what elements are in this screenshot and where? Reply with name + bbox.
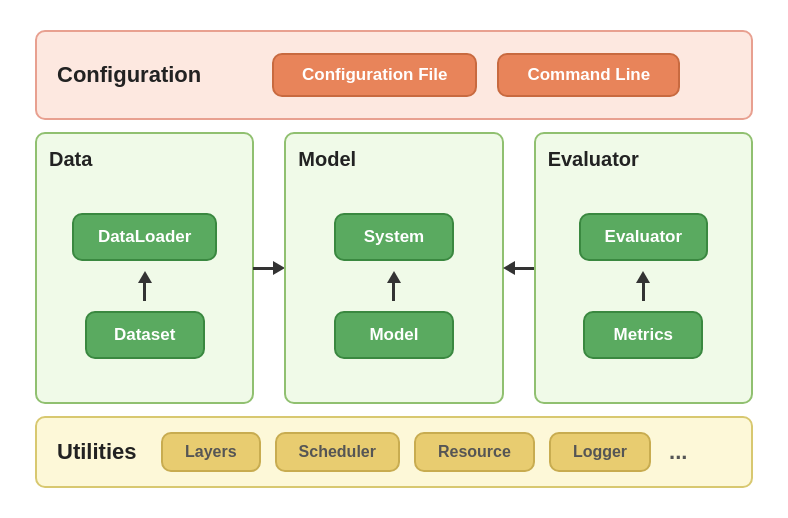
model-panel-title: Model	[298, 148, 356, 171]
utility-layers: Layers	[161, 432, 261, 472]
arrow-up-model	[387, 271, 401, 301]
arrow-right-line	[253, 267, 273, 270]
dataset-box: Dataset	[85, 311, 205, 359]
arrow-up-line-data	[143, 283, 146, 301]
system-box: System	[334, 213, 454, 261]
utility-logger: Logger	[549, 432, 651, 472]
arrow-up-head-model	[387, 271, 401, 283]
command-line-badge: Command Line	[497, 53, 680, 97]
arrow-up-data	[138, 271, 152, 301]
utility-resource: Resource	[414, 432, 535, 472]
model-panel-content: System Model	[298, 181, 489, 390]
config-section: Configuration Configuration File Command…	[35, 30, 753, 120]
data-panel-content: DataLoader Dataset	[49, 181, 240, 390]
arrow-up-line-evaluator	[642, 283, 645, 301]
arrow-up-evaluator	[636, 271, 650, 301]
arrow-evaluator-model	[504, 132, 534, 404]
evaluator-panel-title: Evaluator	[548, 148, 639, 171]
utility-dots: ...	[665, 439, 687, 465]
data-panel-title: Data	[49, 148, 92, 171]
data-panel: Data DataLoader Dataset	[35, 132, 254, 404]
arrow-right-icon	[253, 261, 285, 275]
utility-scheduler: Scheduler	[275, 432, 400, 472]
panels-wrapper: Data DataLoader Dataset Model System	[35, 132, 753, 404]
config-file-badge: Configuration File	[272, 53, 477, 97]
arrow-up-head-data	[138, 271, 152, 283]
arrow-left-line	[515, 267, 535, 270]
utilities-title: Utilities	[57, 439, 147, 465]
evaluator-panel-content: Evaluator Metrics	[548, 181, 739, 390]
arrow-up-head-evaluator	[636, 271, 650, 283]
arrow-left-head	[503, 261, 515, 275]
config-badges: Configuration File Command Line	[221, 53, 731, 97]
metrics-box: Metrics	[583, 311, 703, 359]
diagram: Configuration Configuration File Command…	[19, 14, 769, 504]
arrow-up-line-model	[392, 283, 395, 301]
arrow-left-icon	[503, 261, 535, 275]
evaluator-panel: Evaluator Evaluator Metrics	[534, 132, 753, 404]
evaluator-box: Evaluator	[579, 213, 708, 261]
config-title: Configuration	[57, 62, 201, 88]
model-box: Model	[334, 311, 454, 359]
utilities-section: Utilities Layers Scheduler Resource Logg…	[35, 416, 753, 488]
model-panel: Model System Model	[284, 132, 503, 404]
arrow-data-model	[254, 132, 284, 404]
dataloader-box: DataLoader	[72, 213, 218, 261]
